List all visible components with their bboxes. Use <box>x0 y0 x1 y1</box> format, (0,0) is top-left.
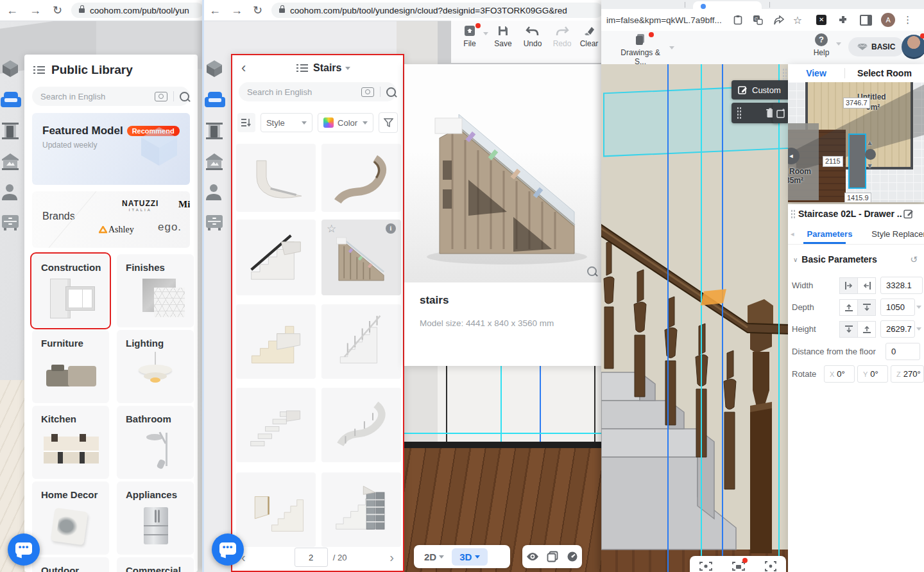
sidebar-item-templates[interactable] <box>204 152 227 173</box>
stair-thumbnail[interactable] <box>236 304 316 379</box>
stair-thumbnail[interactable] <box>236 220 316 295</box>
share-icon[interactable] <box>773 15 784 25</box>
category-home-decor[interactable]: Home Decor <box>32 481 109 555</box>
library-search[interactable] <box>32 87 190 106</box>
gauge-icon[interactable] <box>567 551 578 562</box>
stairs-search[interactable] <box>239 82 397 101</box>
visibility-eye-icon[interactable] <box>526 552 539 561</box>
stairs-menu-icon[interactable] <box>296 64 308 73</box>
back-button[interactable]: ← <box>6 4 18 16</box>
height-input[interactable]: 2629.7 <box>880 320 915 338</box>
page-input[interactable] <box>295 548 328 567</box>
wall-arrow-down[interactable]: ▼ <box>866 162 873 169</box>
search-icon[interactable] <box>386 87 396 97</box>
stairs-title[interactable]: Stairs <box>313 62 341 74</box>
reload-button[interactable]: ↻ <box>253 4 262 16</box>
custom-button[interactable]: Custom <box>732 80 797 100</box>
section-collapse-icon[interactable]: ∨ <box>793 256 798 263</box>
search-icon[interactable] <box>180 92 189 101</box>
rotate-x-input[interactable]: X0° <box>824 365 855 383</box>
category-construction[interactable]: Construction <box>32 254 109 327</box>
stair-thumbnail[interactable] <box>321 304 401 379</box>
rename-edit-icon[interactable] <box>903 209 914 219</box>
undo-button[interactable]: Undo <box>518 24 547 48</box>
sidebar-item-models[interactable] <box>0 59 23 81</box>
tab-select-room[interactable]: Select Room <box>845 68 924 78</box>
wall-arrow-up[interactable]: ▲ <box>866 139 873 146</box>
sidebar-item-storage[interactable] <box>0 213 23 235</box>
brands-card[interactable]: Brands NATUZZI ITALIA Mi Ashley ego. <box>32 191 190 248</box>
favorite-star-icon[interactable]: ☆ <box>327 222 336 236</box>
tab-style-replacement[interactable]: Style Replaceme <box>871 229 924 239</box>
address-bar[interactable]: coohom.com/pub/tool/yundesign/cloud?desi… <box>271 3 603 18</box>
library-menu-icon[interactable] <box>33 65 45 74</box>
selected-wall[interactable] <box>848 134 866 189</box>
clear-button[interactable]: Clear <box>574 24 603 48</box>
category-lighting[interactable]: Lighting <box>117 330 194 403</box>
mode-2d-button[interactable]: 2D <box>424 551 444 562</box>
zoom-image-icon[interactable] <box>587 266 597 276</box>
stairs-caret-icon[interactable] <box>345 67 350 70</box>
drawings-button[interactable]: Drawings & S... <box>615 33 665 66</box>
image-search-icon[interactable] <box>155 92 167 101</box>
tabs-scroll-left[interactable]: ◂ <box>791 230 794 238</box>
profile-avatar[interactable]: A <box>881 13 895 27</box>
depth-align-back-button[interactable] <box>858 299 876 316</box>
browser-menu-icon[interactable]: ⋮ <box>903 14 912 26</box>
category-bathroom[interactable]: Bathroom <box>117 406 194 479</box>
bookmark-star-icon[interactable]: ☆ <box>793 14 802 26</box>
sidebar-item-storage[interactable] <box>204 213 227 235</box>
sidebar-item-models[interactable] <box>204 59 227 81</box>
sidebar-item-furniture[interactable] <box>204 90 227 112</box>
sidebar-item-construction[interactable] <box>0 121 23 143</box>
sidebar-item-account[interactable] <box>204 182 227 204</box>
caret-down-icon[interactable] <box>669 46 674 49</box>
drag-handle[interactable] <box>737 107 742 119</box>
render-icon[interactable] <box>699 561 712 571</box>
stair-thumbnail[interactable] <box>321 472 401 547</box>
bookmark-clipboard-icon[interactable] <box>733 15 742 25</box>
tab-parameters[interactable]: Parameters <box>807 229 853 239</box>
distance-input[interactable]: 0 <box>886 343 920 360</box>
address-bar[interactable]: coohom.com/pub/tool/yun <box>71 3 204 18</box>
category-kitchen[interactable]: Kitchen <box>32 406 109 479</box>
info-icon[interactable]: i <box>386 223 396 234</box>
help-button[interactable]: ? Help <box>807 33 836 57</box>
rotate-y-input[interactable]: Y0° <box>857 365 888 383</box>
stair-thumbnail-selected[interactable]: ☆ i <box>321 220 401 295</box>
sidebar-item-account[interactable] <box>0 182 23 204</box>
height-align-bottom-button[interactable] <box>858 321 876 338</box>
add-button[interactable] <box>773 103 789 123</box>
stair-thumbnail[interactable] <box>236 472 316 547</box>
width-align-left-button[interactable] <box>839 277 858 294</box>
color-filter[interactable]: Color <box>318 113 373 132</box>
side-panel-icon[interactable] <box>860 15 872 26</box>
panel-drag-handle[interactable] <box>782 68 787 81</box>
width-align-right-button[interactable] <box>858 277 876 294</box>
extensions-puzzle-icon[interactable] <box>838 15 848 25</box>
back-chevron[interactable]: ‹ <box>241 60 246 76</box>
category-furniture[interactable]: Furniture <box>32 330 109 403</box>
category-outdoor[interactable]: Outdoor <box>32 557 109 572</box>
chat-bubble-button[interactable]: ••• <box>212 533 244 566</box>
address-bar[interactable]: im=false&kpm=qkWL.7a9bff... <box>606 15 722 25</box>
width-input[interactable]: 3328.1 <box>880 277 923 294</box>
panel-drag-handle[interactable] <box>791 209 796 220</box>
staircase-3d[interactable] <box>601 204 794 572</box>
user-avatar[interactable] <box>902 35 924 59</box>
floorplan-minimap[interactable]: ◄ ▲ ▼ Untitled 9m² 3746.7 2115 ng Room 9… <box>788 82 924 202</box>
stair-thumbnail[interactable] <box>236 388 316 462</box>
stair-thumbnail[interactable] <box>321 388 401 462</box>
page-next-button[interactable]: › <box>389 550 394 565</box>
library-search-input[interactable] <box>32 91 155 102</box>
cube-view-icon[interactable] <box>547 551 558 562</box>
featured-model-card[interactable]: Featured Model Recommend Updated weekly <box>32 113 190 185</box>
translate-icon[interactable]: G <box>753 15 763 25</box>
reset-icon[interactable]: ↺ <box>910 254 918 264</box>
tab-view[interactable]: View <box>788 68 844 78</box>
depth-align-front-button[interactable] <box>839 299 858 316</box>
sidebar-item-templates[interactable] <box>0 152 23 173</box>
reload-button[interactable]: ↻ <box>53 4 62 16</box>
depth-input[interactable]: 1050 <box>880 299 915 316</box>
stair-thumbnail[interactable] <box>321 144 401 212</box>
